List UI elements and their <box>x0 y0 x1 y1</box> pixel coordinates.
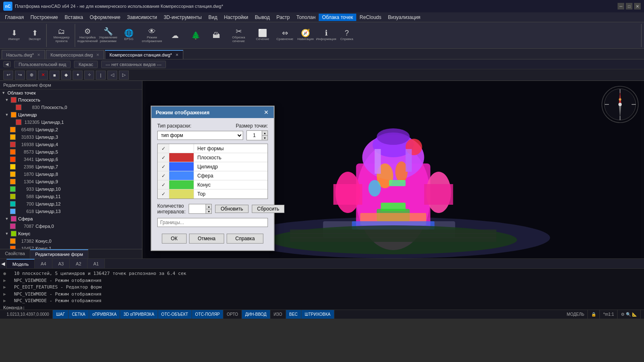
toolbar-epsg-btn[interactable]: 🌐 EPSG <box>119 26 139 45</box>
spinner-up-btn[interactable]: ▲ <box>262 131 268 135</box>
status-ves[interactable]: ВЕС <box>286 310 302 319</box>
shape-check-konus[interactable]: ✓ <box>158 180 169 189</box>
edit-btn-9[interactable]: | <box>96 71 106 80</box>
linked-views-btn[interactable]: --- нет связанных видов --- <box>101 61 166 68</box>
status-scale[interactable]: *m1:1 <box>600 310 618 319</box>
tree-cyl-2[interactable]: 65489 Цилиндр,2 <box>0 126 142 133</box>
shape-check-plosk[interactable]: ✓ <box>158 153 169 162</box>
menu-rastr[interactable]: Растр <box>273 14 293 21</box>
menu-clouds[interactable]: Облака точек <box>319 14 356 21</box>
tree-cyl-7[interactable]: 2398 Цилиндр,7 <box>0 163 142 170</box>
menu-oformlenie[interactable]: Оформление <box>86 14 123 21</box>
cancel-button[interactable]: Отмена <box>189 234 224 244</box>
tree-plosk-parent[interactable]: ▼ Плоскость <box>0 96 142 104</box>
tree-konus-parent[interactable]: ▼ Конус <box>0 230 142 237</box>
menu-glavnaya[interactable]: Главная <box>2 14 27 21</box>
status-shtrikhovka[interactable]: ШТРИХОВКА <box>301 310 334 319</box>
menu-vyvod[interactable]: Вывод <box>251 14 273 21</box>
tree-sphere-0[interactable]: 7087 Сфера,0 <box>0 222 142 230</box>
doc-tab-kompr-close[interactable]: ✕ <box>96 53 99 57</box>
tree-plosk-0[interactable]: 830 Плоскость,0 <box>0 104 142 111</box>
status-orto[interactable]: ОРТО <box>223 310 242 319</box>
toolbar-info-btn[interactable]: ℹ Информация <box>316 26 336 45</box>
shape-check-cyl[interactable]: ✓ <box>158 162 169 171</box>
shape-check-tor[interactable]: ✓ <box>158 189 169 199</box>
reset-button[interactable]: Сбросить <box>252 205 284 213</box>
tree-cyl-10[interactable]: 933 Цилиндр,10 <box>0 185 142 193</box>
title-bar-controls[interactable]: ─ □ ✕ <box>618 3 641 9</box>
tab-left-arrow[interactable]: ◀ <box>0 259 7 269</box>
tab-a4[interactable]: A4 <box>35 259 52 268</box>
tree-sphere-parent[interactable]: ▼ Сфера <box>0 215 142 222</box>
prop-tab-properties[interactable]: Свойства <box>0 249 30 258</box>
status-ots-polyar[interactable]: ОТС-ПОЛЯР <box>192 310 224 319</box>
tab-a2[interactable]: A2 <box>70 259 87 268</box>
menu-visualization[interactable]: Визуализация <box>385 14 424 21</box>
doc-tab-nasyl[interactable]: Насыль.dwg* ✕ <box>2 50 45 59</box>
wireframe-btn[interactable]: Каркас <box>74 61 97 68</box>
import-button[interactable]: ⬇ Импорт <box>4 26 24 45</box>
status-model[interactable]: МОДЕЛЬ <box>564 310 588 319</box>
toolbar-control-btn[interactable]: 🔧 Управлениеревизиями <box>98 26 118 45</box>
menu-postroenie[interactable]: Построение <box>27 14 62 21</box>
tree-clouds-group[interactable]: ▼ Облако точек <box>0 90 142 96</box>
tree-cyl-11[interactable]: 588 Цилиндр,11 <box>0 193 142 200</box>
tree-cyl-8[interactable]: 1870 Цилиндр,8 <box>0 170 142 178</box>
menu-nastroiki[interactable]: Настройки <box>220 14 251 21</box>
status-ots-objekt[interactable]: ОТС-ОБЪЕКТ <box>158 310 192 319</box>
edit-btn-7[interactable]: ✦ <box>73 71 83 80</box>
menu-vid[interactable]: Вид <box>205 14 221 21</box>
toolbar-cloud-btn2[interactable]: 🌲 <box>186 26 206 45</box>
toolbar-nav-btn[interactable]: 🧭 Навигация <box>296 26 315 45</box>
edit-btn-6[interactable]: ◆ <box>61 71 71 80</box>
manager-button[interactable]: 🗂 Менеджерпроекта <box>50 26 73 45</box>
status-din-vvod[interactable]: ДИН-ВВОД <box>242 310 270 319</box>
edit-btn-10[interactable]: ◁ <box>107 71 117 80</box>
tab-model[interactable]: Модель <box>7 259 35 268</box>
menu-vstavka[interactable]: Вставка <box>62 14 87 21</box>
nav-arrow-btn[interactable]: ◀ <box>3 61 11 67</box>
status-shag[interactable]: ШАГ <box>53 310 69 319</box>
status-coords[interactable]: 1.0213,10.4397,0.0000 <box>3 310 53 319</box>
tree-cyl-9[interactable]: 1304 Цилиндр,9 <box>0 178 142 185</box>
modal-header[interactable]: Режим отображения ✕ <box>152 106 274 118</box>
edit-btn-1[interactable]: ↩ <box>3 71 13 80</box>
update-button[interactable]: Обновить <box>215 205 248 213</box>
tree-cyl-4[interactable]: 16938 Цилиндр,4 <box>0 141 142 148</box>
toolbar-cloud-btn1[interactable]: ☁ <box>165 26 185 45</box>
doc-tab-station[interactable]: Компрессорная станция.dwg* ✕ <box>105 50 183 59</box>
ok-button[interactable]: ОК <box>162 234 187 244</box>
spinner-down-btn[interactable]: ▼ <box>262 135 268 140</box>
maximize-button[interactable]: □ <box>626 3 632 9</box>
modal-close-button[interactable]: ✕ <box>263 109 270 116</box>
point-size-input[interactable]: 1 <box>247 131 262 140</box>
tree-cyl-13[interactable]: 618 Цилиндр,13 <box>0 208 142 215</box>
point-size-spinner[interactable]: 1 ▲ ▼ <box>246 130 268 140</box>
interval-input[interactable]: 1 <box>189 204 206 213</box>
toolbar-settings-btn[interactable]: ⚙ Настройкаподключений <box>78 26 97 45</box>
doc-tab-nasyl-close[interactable]: ✕ <box>37 53 40 57</box>
status-3d-oprivyazka[interactable]: 3D оПРИВЯЗКА <box>120 310 158 319</box>
menu-3d-tools[interactable]: 3D-инструменты <box>160 14 205 21</box>
edit-btn-4[interactable]: ✕ <box>38 71 48 80</box>
doc-tab-kompr[interactable]: Компрессорная.dwg ✕ <box>46 50 104 59</box>
edit-btn-11[interactable]: ▷ <box>119 71 129 80</box>
help-button[interactable]: Справка <box>227 234 263 244</box>
edit-btn-3[interactable]: ⊕ <box>26 71 36 80</box>
tree-cyl-12[interactable]: 700 Цилиндр,12 <box>0 200 142 208</box>
color-type-select[interactable]: тип форм <box>157 131 243 140</box>
toolbar-cloud-btn3[interactable]: 🏔 <box>206 26 226 45</box>
menu-topolan[interactable]: Тополан <box>293 14 319 21</box>
minimize-button[interactable]: ─ <box>618 3 624 9</box>
export-button[interactable]: ⬆ Экспорт <box>25 26 45 45</box>
tree-cyl-5[interactable]: 8573 Цилиндр,5 <box>0 148 142 156</box>
toolbar-help-btn[interactable]: ? Справка <box>337 26 357 45</box>
tab-a3[interactable]: A3 <box>52 259 70 268</box>
menu-reclouds[interactable]: ReClouds <box>356 14 385 21</box>
tree-cyl-parent[interactable]: ▼ Цилиндр <box>0 111 142 118</box>
user-view-btn[interactable]: Пользовательский вид <box>14 61 71 68</box>
tree-cyl-1[interactable]: 132305 Цилиндр,1 <box>0 118 142 126</box>
tree-cyl-3[interactable]: 31833 Цилиндр,3 <box>0 133 142 141</box>
status-setka[interactable]: СЕТКА <box>69 310 89 319</box>
tree-konus-1[interactable]: 10457 Конус,1 <box>0 245 142 249</box>
